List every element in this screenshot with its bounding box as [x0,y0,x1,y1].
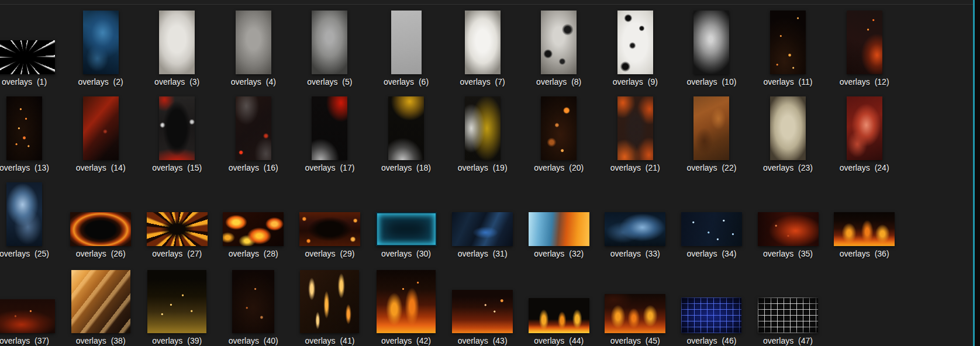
file-item[interactable]: overlays (13) [0,96,63,175]
file-item[interactable]: overlays (47) [750,269,826,346]
file-thumbnail[interactable] [6,96,42,160]
file-label[interactable]: overlays (35) [750,250,826,258]
file-label[interactable]: overlays (21) [597,164,674,172]
file-item[interactable]: overlays (21) [597,96,674,175]
file-item[interactable]: overlays (34) [673,182,750,261]
file-label[interactable]: overlays (10) [673,78,750,86]
file-item[interactable]: overlays (26) [63,182,139,261]
file-item[interactable]: overlays (33) [597,182,674,261]
file-label[interactable]: overlays (18) [368,164,444,172]
file-item[interactable]: overlays (39) [139,269,215,346]
file-item[interactable]: overlays (32) [520,182,597,261]
file-label[interactable]: overlays (33) [597,250,674,258]
file-item[interactable]: overlays (19) [444,96,521,175]
file-thumbnail[interactable] [529,212,589,246]
file-item[interactable]: overlays (23) [750,96,826,175]
file-thumbnail[interactable] [83,11,119,74]
file-thumbnail[interactable] [236,11,271,74]
file-thumbnail[interactable] [529,298,589,333]
file-thumbnail[interactable] [681,212,742,246]
file-thumbnail[interactable] [6,182,42,246]
file-thumbnail[interactable] [605,294,665,333]
file-item[interactable]: overlays (30) [368,182,444,261]
file-thumbnail[interactable] [847,96,882,160]
file-thumbnail[interactable] [312,11,347,74]
file-label[interactable]: overlays (14) [63,164,139,172]
file-label[interactable]: overlays (46) [673,337,750,345]
file-label[interactable]: overlays (39) [139,337,215,345]
file-item[interactable]: overlays (9) [597,11,674,89]
file-item[interactable]: overlays (8) [520,11,597,89]
file-thumbnail[interactable] [159,11,195,74]
file-label[interactable]: overlays (11) [750,78,826,86]
file-thumbnail[interactable] [541,11,577,74]
file-thumbnail[interactable] [300,270,359,333]
file-item[interactable]: overlays (44) [520,269,597,346]
file-item[interactable]: overlays (17) [291,96,368,175]
file-label[interactable]: overlays (25) [0,250,63,258]
file-item[interactable]: overlays (40) [215,269,292,346]
file-label[interactable]: overlays (28) [215,250,292,258]
file-label[interactable]: overlays (36) [826,250,903,258]
file-thumbnail[interactable] [465,96,501,160]
file-label[interactable]: overlays (24) [826,164,903,172]
file-item[interactable]: overlays (45) [597,269,674,346]
file-item[interactable]: overlays (27) [139,182,215,261]
file-label[interactable]: overlays (37) [0,337,63,345]
file-thumbnail[interactable] [147,212,208,246]
file-item[interactable]: overlays (5) [291,11,368,89]
file-label[interactable]: overlays (34) [673,250,750,258]
file-label[interactable]: overlays (2) [63,78,139,86]
file-item[interactable]: overlays (2) [63,11,139,89]
file-label[interactable]: overlays (16) [215,164,292,172]
file-thumbnail[interactable] [847,11,882,74]
file-label[interactable]: overlays (23) [750,164,826,172]
file-thumbnail[interactable] [541,96,577,160]
file-item[interactable]: overlays (25) [0,182,63,261]
file-label[interactable]: overlays (40) [215,337,292,345]
file-thumbnail[interactable] [70,212,131,246]
file-label[interactable]: overlays (26) [63,250,139,258]
file-item[interactable]: overlays (1) [0,11,63,89]
file-label[interactable]: overlays (9) [597,78,674,86]
file-thumbnail[interactable] [83,96,119,160]
file-thumbnail[interactable] [465,11,501,74]
file-thumbnail[interactable] [377,270,436,333]
file-item[interactable]: overlays (10) [673,11,750,89]
file-item[interactable]: overlays (12) [826,11,903,89]
file-thumbnail[interactable] [617,96,653,160]
file-item[interactable]: overlays (46) [673,269,750,346]
file-item[interactable]: overlays (29) [291,182,368,261]
file-label[interactable]: overlays (43) [444,337,521,345]
file-label[interactable]: overlays (31) [444,250,521,258]
file-thumbnail[interactable] [312,96,347,160]
file-thumbnail[interactable] [770,11,806,74]
file-label[interactable]: overlays (4) [215,78,292,86]
file-label[interactable]: overlays (12) [826,78,903,86]
file-label[interactable]: overlays (20) [520,164,597,172]
file-thumbnail[interactable] [834,212,895,246]
file-thumbnail[interactable] [0,40,55,74]
file-label[interactable]: overlays (7) [444,78,521,86]
file-item[interactable]: overlays (38) [63,269,139,346]
file-label[interactable]: overlays (22) [673,164,750,172]
file-label[interactable]: overlays (44) [520,337,597,345]
file-label[interactable]: overlays (38) [63,337,139,345]
file-item[interactable]: overlays (15) [139,96,215,175]
file-label[interactable]: overlays (45) [597,337,674,345]
file-item[interactable]: overlays (43) [444,269,521,346]
file-label[interactable]: overlays (13) [0,164,63,172]
file-label[interactable]: overlays (47) [750,337,826,345]
file-thumbnail[interactable] [693,11,729,74]
file-label[interactable]: overlays (41) [291,337,368,345]
file-item[interactable]: overlays (14) [63,96,139,175]
file-thumbnail[interactable] [605,212,665,246]
file-thumbnail[interactable] [232,270,274,333]
file-item[interactable]: overlays (16) [215,96,292,175]
file-thumbnail[interactable] [71,270,130,333]
file-item[interactable]: overlays (42) [368,269,444,346]
file-label[interactable]: overlays (8) [520,78,597,86]
file-label[interactable]: overlays (29) [291,250,368,258]
file-thumbnail[interactable] [223,212,284,246]
file-thumbnail[interactable] [452,290,513,333]
